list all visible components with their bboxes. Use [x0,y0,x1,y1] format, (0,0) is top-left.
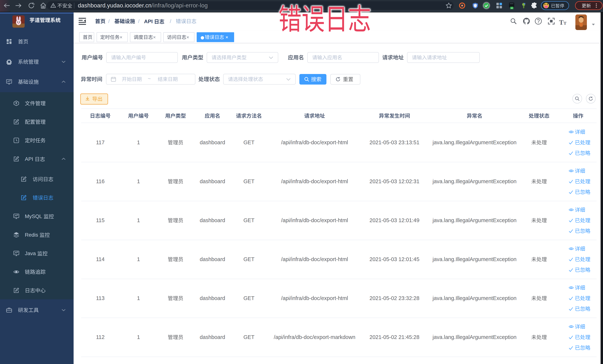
svg-text:on: on [511,7,513,9]
